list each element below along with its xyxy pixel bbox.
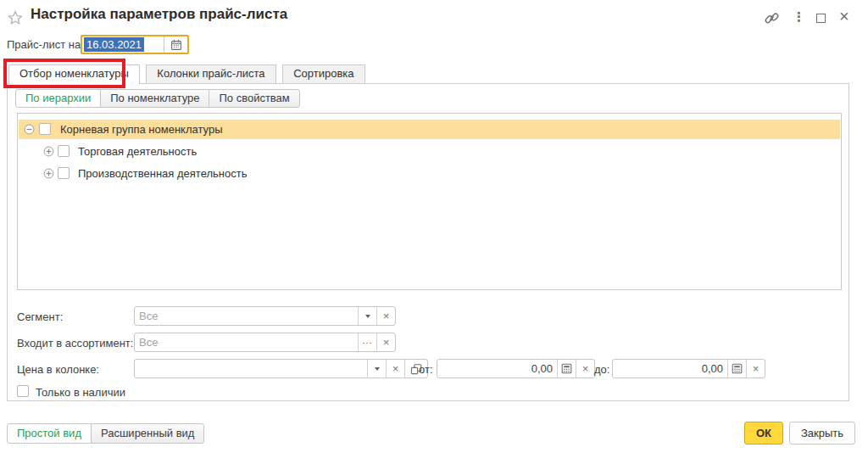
segment-dropdown-button[interactable] <box>358 307 376 325</box>
favorite-star-icon[interactable] <box>7 9 24 26</box>
link-icon[interactable] <box>764 10 780 26</box>
assortment-choose-button[interactable]: ... <box>358 333 376 351</box>
segment-label: Сегмент: <box>17 310 63 323</box>
tab-price-list-columns[interactable]: Колонки прайс-листа <box>146 64 275 83</box>
to-label: до: <box>594 363 609 376</box>
calendar-icon[interactable] <box>164 36 187 53</box>
price-from-value: 0,00 <box>437 360 557 378</box>
tree-checkbox[interactable] <box>58 167 70 179</box>
nomenclature-tree: Корневая группа номенклатуры Торговая де… <box>17 113 842 290</box>
expand-icon[interactable] <box>43 146 54 157</box>
chevron-down-icon <box>365 315 370 318</box>
to-calculator-button[interactable] <box>727 360 746 378</box>
more-menu-icon[interactable]: ⋮ <box>793 9 805 25</box>
price-list-date-label: Прайс-лист на: <box>7 38 84 51</box>
clear-icon: × <box>582 363 589 374</box>
ellipsis-icon: ... <box>362 336 372 349</box>
assortment-label: Входит в ассортимент: <box>17 337 133 350</box>
tree-row-trade-activity[interactable]: Торговая деятельность <box>19 143 840 161</box>
price-column-value <box>135 360 367 378</box>
clear-icon: × <box>392 363 399 374</box>
segment-field[interactable]: Все × <box>134 306 396 326</box>
clear-icon: × <box>383 310 390 322</box>
price-to-value: 0,00 <box>613 360 727 378</box>
tree-row-label: Торговая деятельность <box>78 145 197 158</box>
view-by-hierarchy-button[interactable]: По иерархии <box>15 89 101 108</box>
tree-checkbox[interactable] <box>39 123 51 135</box>
chevron-down-icon <box>375 367 380 371</box>
clear-icon: × <box>383 337 390 348</box>
view-mode-switch: Простой вид Расширенный вид <box>7 423 204 444</box>
tab-item-selection[interactable]: Отбор номенклатуры <box>8 64 140 84</box>
tree-row-root-group[interactable]: Корневая группа номенклатуры <box>19 120 840 139</box>
calculator-icon <box>732 363 743 374</box>
tab-bar: Отбор номенклатуры Колонки прайс-листа С… <box>8 64 369 84</box>
tree-checkbox[interactable] <box>58 145 70 157</box>
page-title: Настройка параметров прайс-листа <box>31 6 287 23</box>
price-column-label: Цена в колонке: <box>17 363 99 376</box>
calculator-icon <box>561 363 572 374</box>
assortment-clear-button[interactable]: × <box>376 333 395 351</box>
date-value: 16.03.2021 <box>82 36 164 53</box>
view-switch: По иерархии По номенклатуре По свойствам <box>15 89 300 108</box>
clear-icon: × <box>753 363 760 374</box>
to-clear-button[interactable]: × <box>746 360 765 378</box>
from-calculator-button[interactable] <box>557 360 576 378</box>
close-button[interactable]: Закрыть <box>789 422 855 445</box>
view-by-nomenclature-button[interactable]: По номенклатуре <box>100 89 209 108</box>
extended-view-button[interactable]: Расширенный вид <box>91 423 204 444</box>
maximize-icon[interactable] <box>816 14 826 23</box>
price-list-date-field[interactable]: 16.03.2021 <box>81 35 189 54</box>
view-by-properties-button[interactable]: По свойствам <box>209 89 299 108</box>
collapse-icon[interactable] <box>24 124 35 135</box>
price-to-field[interactable]: 0,00 × <box>612 359 765 378</box>
segment-clear-button[interactable]: × <box>376 307 395 325</box>
price-column-clear-button[interactable]: × <box>386 360 404 378</box>
tab-sorting[interactable]: Сортировка <box>282 64 364 83</box>
tree-row-production-activity[interactable]: Производственная деятельность <box>19 165 840 183</box>
assortment-field[interactable]: Все ... × <box>134 333 396 352</box>
close-icon[interactable]: × <box>839 7 849 26</box>
expand-icon[interactable] <box>43 168 54 179</box>
only-in-stock-label: Только в наличии <box>36 386 125 399</box>
segment-placeholder: Все <box>135 307 358 325</box>
assortment-placeholder: Все <box>135 333 358 351</box>
only-in-stock-checkbox[interactable] <box>17 385 29 397</box>
price-from-field[interactable]: 0,00 × <box>437 359 595 378</box>
simple-view-button[interactable]: Простой вид <box>7 423 92 444</box>
price-column-field[interactable]: × <box>134 359 428 378</box>
tree-row-label: Производственная деятельность <box>78 167 247 180</box>
ok-button[interactable]: ОК <box>744 422 783 445</box>
from-label: от: <box>419 363 433 376</box>
tree-row-label: Корневая группа номенклатуры <box>60 123 222 136</box>
from-clear-button[interactable]: × <box>576 360 594 378</box>
price-column-dropdown-button[interactable] <box>367 360 386 378</box>
